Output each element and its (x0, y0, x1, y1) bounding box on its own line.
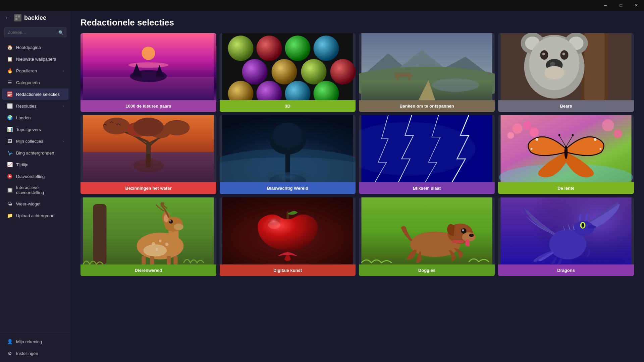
minimize-button[interactable]: ─ (598, 0, 613, 11)
card-image-blue-world (220, 115, 356, 182)
sidebar-item-categories[interactable]: ☰ Categorieën (2, 77, 68, 88)
card-label-bears: Bears (498, 100, 634, 112)
sidebar-label-settings: Instellingen (16, 351, 64, 356)
wallpaper-card-doggies[interactable]: Doggies (359, 197, 495, 276)
collections-icon: 🖼 (7, 138, 13, 144)
title-bar: ─ □ ✕ (0, 0, 644, 11)
search-input[interactable] (4, 27, 66, 37)
svg-rect-104 (150, 256, 154, 264)
svg-point-63 (133, 118, 164, 136)
svg-point-55 (544, 66, 565, 79)
svg-rect-123 (452, 240, 464, 243)
weather-icon: 🌤 (7, 201, 13, 207)
sidebar-label-interactive: Interactieve diavoorstelling (16, 185, 64, 195)
main-content: Redactionele selecties (70, 0, 644, 362)
card-image-spring (498, 115, 634, 182)
svg-point-11 (128, 62, 169, 68)
sidebar-item-weather[interactable]: 🌤 Weer-widget (2, 198, 68, 209)
sidebar-item-resolutions[interactable]: ⬜ Resoluties › (2, 100, 68, 112)
home-icon: 🏠 (7, 44, 13, 50)
chevron-popular-icon: › (63, 69, 64, 73)
svg-rect-103 (142, 256, 146, 264)
app-logo: backiee (14, 14, 46, 21)
sidebar-label-timeline: Tijdlijn (16, 162, 64, 167)
wallpaper-card-benches[interactable]: Banken om te ontspannen (359, 33, 495, 112)
sidebar-item-home[interactable]: 🏠 Hoofdpagina (2, 42, 68, 53)
svg-point-23 (301, 59, 327, 84)
svg-point-81 (507, 132, 514, 139)
sidebar-label-newest: Nieuwste wallpapers (16, 57, 64, 62)
account-icon: 👤 (7, 339, 13, 345)
sidebar-item-upload[interactable]: 📁 Upload achtergrond (2, 210, 68, 221)
sidebar-item-timeline[interactable]: 📈 Tijdlijn (2, 159, 68, 170)
countries-icon: 🌍 (7, 115, 13, 121)
wallpaper-card-digital-art[interactable]: Digitale kunst (220, 197, 356, 276)
svg-point-80 (524, 121, 532, 129)
sidebar-label-resolutions: Resoluties (16, 104, 59, 109)
wallpaper-card-tree-water[interactable]: Bezinningen het water (80, 115, 216, 194)
sidebar-item-slideshow[interactable]: Diavoorstelling (2, 171, 68, 182)
svg-point-89 (600, 148, 602, 150)
card-image-bears (498, 33, 634, 100)
card-image-dragons (498, 197, 634, 264)
svg-point-19 (285, 36, 311, 61)
timeline-icon: 📈 (7, 162, 13, 168)
svg-point-18 (257, 36, 282, 61)
svg-rect-36 (397, 76, 398, 80)
maximize-button[interactable]: □ (613, 0, 629, 11)
svg-rect-37 (409, 76, 410, 80)
svg-point-111 (144, 244, 167, 256)
wallpaper-card-blue-world[interactable]: Blauwachtig Wereld (220, 115, 356, 194)
back-button[interactable]: ← (5, 14, 11, 21)
svg-rect-7 (8, 95, 10, 96)
logo-icon (14, 14, 21, 21)
svg-point-88 (594, 138, 597, 141)
sidebar-item-newest[interactable]: 📋 Nieuwste wallpapers (2, 53, 68, 65)
svg-point-100 (170, 220, 171, 222)
card-label-blue-world: Blauwachtig Wereld (220, 182, 356, 194)
svg-point-65 (133, 159, 164, 172)
resolutions-icon: ⬜ (7, 103, 13, 109)
sidebar-item-popular[interactable]: 🔥 Populieren › (2, 65, 68, 76)
sidebar-item-publishers[interactable]: 📊 Topuitgevers (2, 124, 68, 135)
sidebar: ← backiee 🔍 🏠 Hoofdpagina 📋 Nieuwste wal… (0, 0, 70, 362)
sidebar-item-editorial[interactable]: Redactionele selecties (2, 88, 68, 100)
sidebar-label-upload: Upload achtergrond (16, 213, 64, 218)
sidebar-label-account: Mijn rekening (16, 339, 64, 344)
sidebar-item-account[interactable]: 👤 Mijn rekening (2, 336, 68, 347)
svg-rect-2 (15, 18, 17, 20)
wallpaper-card-purple-colors[interactable]: 1000 de kleuren paars (80, 33, 216, 112)
sidebar-item-collections[interactable]: 🖼 Mijn collecties › (2, 135, 68, 147)
sidebar-label-slideshow: Diavoorstelling (16, 174, 64, 179)
wallpaper-card-bears[interactable]: Bears (498, 33, 634, 112)
wallpaper-card-dragons[interactable]: Dragons (498, 197, 634, 276)
svg-point-129 (582, 223, 584, 228)
card-image-animal-world (80, 197, 216, 264)
wallpaper-card-lightning[interactable]: Bliksem slaat (359, 115, 495, 194)
wallpaper-card-animal-world[interactable]: Dierenwereld (80, 197, 216, 276)
sidebar-item-bing[interactable]: Bing achtergronden (2, 147, 68, 159)
search-container: 🔍 (0, 25, 70, 40)
wallpaper-card-spring[interactable]: De lente (498, 115, 634, 194)
card-image-doggies (359, 197, 495, 264)
svg-point-120 (469, 234, 474, 237)
sidebar-item-countries[interactable]: 🌍 Landen (2, 112, 68, 123)
close-button[interactable]: ✕ (629, 0, 644, 11)
sidebar-item-settings[interactable]: ⚙ Instellingen (2, 348, 68, 359)
popular-icon: 🔥 (7, 68, 13, 74)
card-image-tree-water (80, 115, 216, 182)
sidebar-label-bing: Bing achtergronden (16, 150, 64, 156)
sidebar-header: ← backiee (0, 11, 70, 25)
card-image-3d (220, 33, 356, 100)
wallpaper-card-3d[interactable]: 3D (220, 33, 356, 112)
card-label-tree-water: Bezinningen het water (80, 182, 216, 194)
card-label-benches: Banken om te ontspannen (359, 100, 495, 112)
sidebar-item-interactive[interactable]: 🔲 Interactieve diavoorstelling (2, 182, 68, 198)
chevron-resolutions-icon: › (63, 104, 64, 108)
card-label-lightning: Bliksem slaat (359, 182, 495, 194)
newest-icon: 📋 (7, 56, 13, 62)
svg-point-87 (531, 148, 533, 150)
svg-point-20 (314, 36, 339, 61)
svg-rect-38 (395, 73, 412, 75)
svg-point-115 (268, 221, 280, 229)
